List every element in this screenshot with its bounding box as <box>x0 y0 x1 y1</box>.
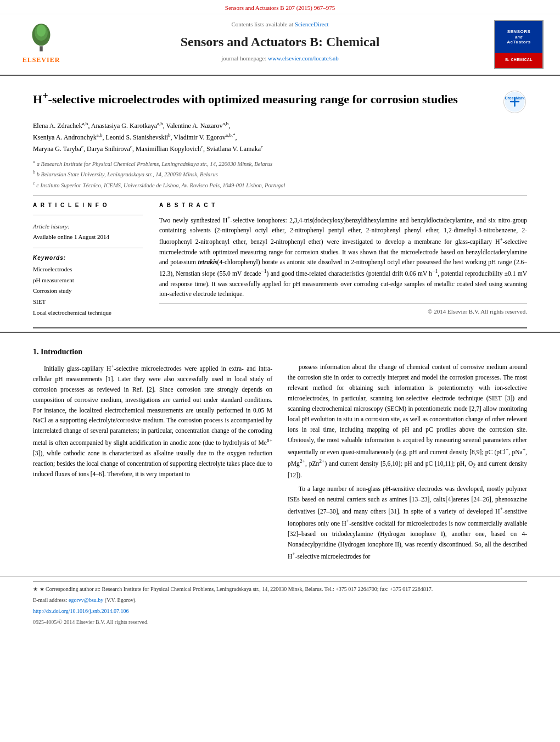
intro-p1: Initially glass-capillary H+-selective m… <box>33 362 272 479</box>
divider-1 <box>33 195 527 196</box>
elsevier-tree-icon <box>25 24 58 54</box>
authors-section: Elena A. Zdracheka,b, Anastasiya G. Karo… <box>33 120 527 155</box>
article-info-abstract: A R T I C L E I N F O Article history: A… <box>33 201 527 319</box>
divider-info <box>33 215 143 215</box>
keywords-section: Keywords: Microelectrodes pH measurement… <box>33 254 143 319</box>
keyword-3: Corrosion study <box>33 286 143 297</box>
sensors-badge-bottom: B: CHEMICAL <box>495 53 542 68</box>
article-history: Article history: Available online 1 Augu… <box>33 221 143 242</box>
elsevier-logo: ELSEVIER <box>23 24 60 65</box>
sensors-badge-section: SENSORS and AcTuators B: CHEMICAL <box>489 20 549 69</box>
article-title-section: H+-selective microelectrodes with optimi… <box>33 81 527 120</box>
keyword-2: pH measurement <box>33 275 143 286</box>
sciencedirect-line: Contents lists available at ScienceDirec… <box>77 20 483 29</box>
star-icon: ★ <box>33 586 38 592</box>
body-col-right: possess information about the change of … <box>288 362 527 565</box>
crossmark-badge: CrossMark <box>502 90 527 114</box>
email-line: E-mail address: egorvv@bsu.by (V.V. Egor… <box>33 596 527 605</box>
svg-point-3 <box>37 25 46 37</box>
sciencedirect-label: Contents lists available at <box>231 21 293 27</box>
journal-citation: Sensors and Actuators B 207 (2015) 967–9… <box>225 4 335 11</box>
keyword-5: Local electrochemical technique <box>33 308 143 319</box>
svg-rect-0 <box>40 46 43 51</box>
email-link[interactable]: egorvv@bsu.by <box>69 597 103 603</box>
sensors-badge-top: SENSORS and AcTuators <box>495 21 542 53</box>
affiliation-b: b b Belarusian State University, Leningr… <box>33 169 527 178</box>
homepage-label: journal homepage: <box>221 55 266 62</box>
keyword-1: Microelectrodes <box>33 264 143 275</box>
page: Sensors and Actuators B 207 (2015) 967–9… <box>0 0 560 742</box>
sensors-badge-text2: B: CHEMICAL <box>505 57 533 63</box>
email-label: E-mail address: <box>33 597 67 603</box>
article-content: H+-selective microelectrodes with optimi… <box>0 76 560 324</box>
section1-title: 1. Introduction <box>33 346 527 358</box>
journal-header: ELSEVIER Contents lists available at Sci… <box>0 14 560 76</box>
intro-p3: To a large number of non-glass pH-sensit… <box>288 484 527 561</box>
journal-bar: Sensors and Actuators B 207 (2015) 967–9… <box>0 0 560 14</box>
corresponding-author-note: ★ ★ Corresponding author at: Research In… <box>33 585 527 594</box>
article-footer: ★ ★ Corresponding author at: Research In… <box>0 576 560 631</box>
elsevier-text: ELSEVIER <box>23 55 60 65</box>
sciencedirect-link[interactable]: ScienceDirect <box>295 21 329 27</box>
abstract-col: A B S T R A C T Two newly synthesized H+… <box>159 201 527 319</box>
body-two-col: Initially glass-capillary H+-selective m… <box>33 362 527 565</box>
abstract-title: A B S T R A C T <box>159 201 527 209</box>
doi-line: http://dx.doi.org/10.1016/j.snb.2014.07.… <box>33 607 527 616</box>
affiliation-a: a a Research Institute for Physical Chem… <box>33 159 527 168</box>
journal-homepage: journal homepage: www.elsevier.com/locat… <box>77 54 483 63</box>
doi-link[interactable]: http://dx.doi.org/10.1016/j.snb.2014.07.… <box>33 608 129 614</box>
sensors-badge: SENSORS and AcTuators B: CHEMICAL <box>494 20 544 69</box>
affiliation-c: c c Instituto Superior Técnico, ICEMS, U… <box>33 180 527 189</box>
sensors-badge-text1: SENSORS and AcTuators <box>507 29 530 45</box>
abstract-text: Two newly synthesized H+-selective ionop… <box>159 214 527 299</box>
intro-p2: possess information about the change of … <box>288 362 527 481</box>
email-note: (V.V. Egorov). <box>105 597 137 603</box>
body-col-left: Initially glass-capillary H+-selective m… <box>33 362 272 565</box>
journal-title: Sensors and Actuators B: Chemical <box>77 32 483 52</box>
elsevier-logo-section: ELSEVIER <box>11 20 71 69</box>
article-history-label: Article history: <box>33 223 70 230</box>
article-info-title: A R T I C L E I N F O <box>33 201 143 209</box>
article-info-col: A R T I C L E I N F O Article history: A… <box>33 201 143 319</box>
keywords-title: Keywords: <box>33 254 143 262</box>
homepage-link[interactable]: www.elsevier.com/locate/snb <box>268 55 339 62</box>
article-title: H+-selective microelectrodes with optimi… <box>33 90 491 108</box>
article-body: 1. Introduction Initially glass-capillar… <box>0 332 560 576</box>
divider-keywords <box>33 248 143 248</box>
affiliations-section: a a Research Institute for Physical Chem… <box>33 159 527 189</box>
journal-title-section: Contents lists available at ScienceDirec… <box>71 20 489 69</box>
keyword-4: SIET <box>33 297 143 308</box>
issn-line: 0925-4005/© 2014 Elsevier B.V. All right… <box>33 618 527 627</box>
available-online: Available online 1 August 2014 <box>33 233 109 240</box>
copyright: © 2014 Elsevier B.V. All rights reserved… <box>159 303 527 316</box>
